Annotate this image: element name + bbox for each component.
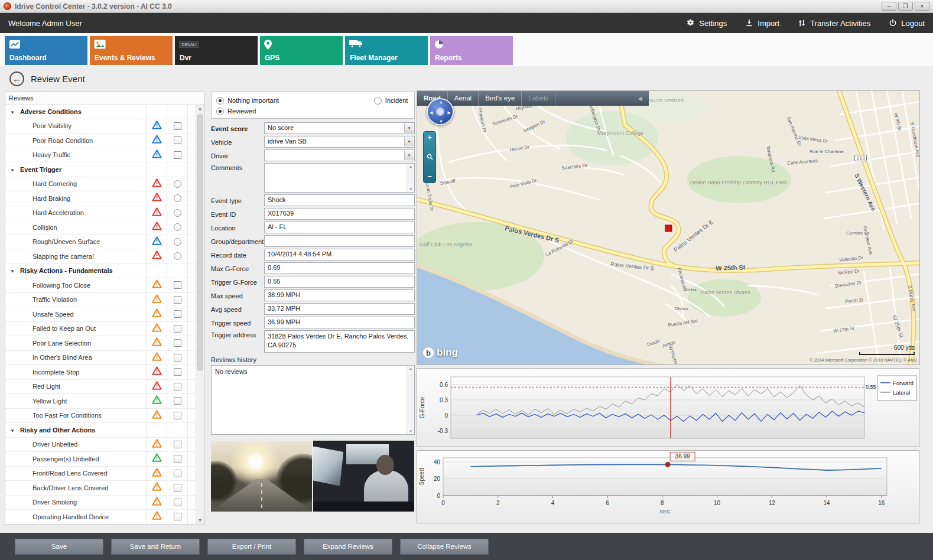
review-item-row[interactable]: Failed to Keep an Out [5, 322, 196, 337]
logout-button[interactable]: Logout [888, 18, 925, 28]
collapse-reviews-button[interactable]: Collapse Reviews [400, 539, 489, 555]
vehicle-select[interactable]: idrive Van SB▼ [264, 136, 415, 148]
tab-events-reviews[interactable]: Events & Reviews [90, 36, 173, 65]
review-item-row[interactable]: Hard Acceleration [5, 206, 196, 221]
map-mode-aerial[interactable]: Aerial [448, 91, 479, 106]
map-mode-labels[interactable]: Labels [522, 91, 555, 106]
review-item-row[interactable]: Operating Handled Device [5, 510, 196, 525]
review-item-row[interactable]: Poor Visibility [5, 119, 196, 134]
review-checkbox[interactable] [174, 368, 181, 376]
minimize-button[interactable]: – [882, 2, 896, 11]
review-checkbox[interactable] [174, 383, 181, 390]
review-item-row[interactable]: Unsafe Speed [5, 307, 196, 322]
scroll-down-icon[interactable]: ▼ [196, 516, 204, 525]
review-item-row[interactable]: Poor Lane Selection [5, 336, 196, 351]
tab-reports[interactable]: Reports [430, 36, 513, 65]
review-checkbox[interactable] [174, 296, 181, 304]
tab-dvr[interactable]: DENALI Dvr [175, 36, 258, 65]
pan-left-icon[interactable]: ◀ [430, 110, 433, 115]
map-collapse-button[interactable]: « [633, 95, 649, 103]
transfer-activities-button[interactable]: Transfer Activities [797, 18, 870, 28]
review-item-row[interactable]: Hard Braking [5, 191, 196, 206]
driver-select[interactable]: ▼ [264, 149, 415, 161]
review-checkbox[interactable] [174, 513, 181, 520]
review-item-row[interactable]: Passenger(s) Unbelted [5, 452, 196, 467]
review-radio[interactable] [174, 180, 181, 188]
tab-fleet-manager[interactable]: Fleet Manager [345, 36, 428, 65]
radio-icon[interactable] [216, 97, 224, 105]
review-item-row[interactable]: Front/Road Lens Covered [5, 467, 196, 481]
save-and-return-button[interactable]: Save and Return [111, 539, 200, 555]
review-item-row[interactable]: Red Light [5, 380, 196, 395]
review-item-row[interactable] [5, 525, 196, 525]
video-thumbnail-road[interactable] [211, 441, 312, 512]
export-print-button[interactable]: Export / Print [207, 539, 296, 555]
review-item-row[interactable]: Yellow Light [5, 394, 196, 409]
radio-icon[interactable] [216, 108, 224, 115]
scrollbar-thumb[interactable] [197, 114, 203, 371]
review-item-row[interactable]: Collision [5, 220, 196, 235]
event-score-select[interactable]: No score▼ [264, 122, 415, 134]
reviews-scrollbar[interactable]: ▲ ▼ [196, 105, 204, 525]
review-item-row[interactable]: Too Fast For Conditions [5, 409, 196, 424]
review-checkbox[interactable] [174, 499, 181, 506]
radio-reviewed[interactable]: Reviewed [216, 108, 256, 115]
review-checkbox[interactable] [174, 339, 181, 347]
expander-icon[interactable]: ▼ [10, 428, 15, 434]
expand-reviews-button[interactable]: Expand Reviews [304, 539, 392, 555]
review-item-row[interactable]: In Other's Blind Area [5, 351, 196, 366]
review-group-row[interactable]: ▼Adverse Conditions [5, 105, 196, 119]
review-checkbox[interactable] [174, 484, 181, 491]
review-checkbox[interactable] [174, 122, 181, 130]
review-item-row[interactable]: Traffic Violation [5, 293, 196, 308]
review-item-row[interactable]: Poor Road Condition [5, 134, 196, 148]
review-checkbox[interactable] [174, 412, 181, 419]
review-radio[interactable] [174, 252, 181, 260]
review-group-row[interactable]: ▼Risky and Other Actions [5, 423, 196, 438]
import-button[interactable]: Import [745, 18, 779, 28]
settings-button[interactable]: Settings [685, 18, 727, 28]
pan-up-icon[interactable]: ▲ [439, 100, 443, 104]
tab-dashboard[interactable]: Dashboard [5, 36, 87, 65]
reviews-history-scrollbar[interactable]: ▲▼ [407, 366, 414, 434]
radio-nothing-important[interactable]: Nothing important [216, 97, 279, 105]
radio-incident[interactable]: Incident [374, 97, 408, 105]
review-group-row[interactable]: ▼Risky Actions - Fundamentals [5, 264, 196, 279]
review-checkbox[interactable] [174, 354, 181, 362]
review-checkbox[interactable] [174, 310, 181, 318]
radio-icon[interactable] [374, 97, 382, 105]
review-checkbox[interactable] [174, 397, 181, 405]
zoom-in-button[interactable]: + [427, 134, 432, 141]
expander-icon[interactable]: ▼ [10, 269, 15, 274]
scroll-up-icon[interactable]: ▲ [196, 105, 204, 113]
review-item-row[interactable]: Slapping the camera! [5, 249, 196, 264]
review-group-row[interactable]: ▼Event Trigger [5, 162, 196, 177]
review-item-row[interactable]: Hard Cornering [5, 177, 196, 192]
tab-gps[interactable]: GPS [260, 36, 343, 65]
map-compass-control[interactable]: ▲ ▼ ◀ ▶ [427, 98, 454, 125]
pan-right-icon[interactable]: ▶ [448, 110, 451, 115]
review-item-row[interactable]: Incomplete Stop [5, 365, 196, 380]
review-checkbox[interactable] [174, 325, 181, 333]
review-item-row[interactable]: Driver Smoking [5, 496, 196, 510]
review-item-row[interactable]: Heavy Traffic [5, 148, 196, 163]
review-item-row[interactable]: Rough/Uneven Surface [5, 235, 196, 250]
review-item-row[interactable]: Back/Driver Lens Covered [5, 481, 196, 496]
review-checkbox[interactable] [174, 441, 181, 448]
close-button[interactable]: × [915, 2, 929, 11]
expander-icon[interactable]: ▼ [10, 168, 15, 173]
maximize-button[interactable]: ❒ [898, 2, 913, 11]
review-checkbox[interactable] [174, 281, 181, 289]
back-button[interactable]: ← [9, 71, 24, 86]
review-checkbox[interactable] [174, 455, 181, 463]
save-button[interactable]: Save [15, 539, 103, 555]
review-checkbox[interactable] [174, 470, 181, 477]
review-checkbox[interactable] [174, 136, 181, 144]
review-checkbox[interactable] [174, 151, 181, 159]
review-radio[interactable] [174, 194, 181, 202]
bing-map[interactable]: EAST RANCHO PALOS VERDESMarymount Colleg… [417, 90, 920, 365]
review-radio[interactable] [174, 209, 181, 217]
pan-down-icon[interactable]: ▼ [439, 119, 443, 123]
review-radio[interactable] [174, 238, 181, 246]
zoom-out-button[interactable]: − [427, 173, 432, 180]
